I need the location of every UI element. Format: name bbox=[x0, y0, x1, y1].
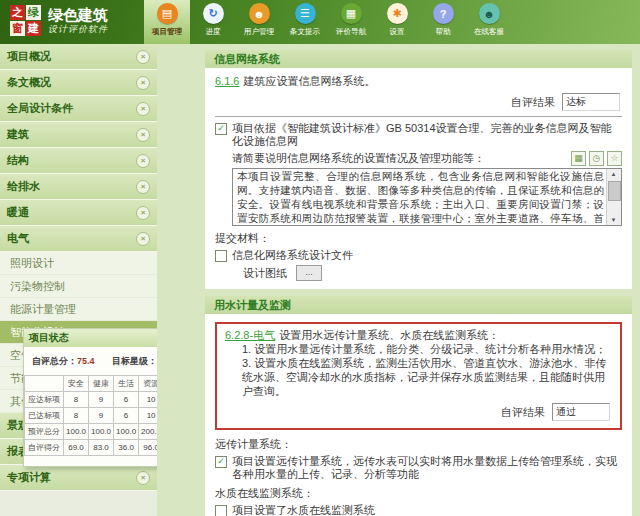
checkbox-checked-icon[interactable]: ✓ bbox=[215, 456, 227, 468]
main-content: 信息网络系统 6.1.6建筑应设置信息网络系统。 自评结果 达标 ✓ 项目依据《… bbox=[157, 44, 640, 516]
app-logo: 之 绿 窗 建 绿色建筑 设计评价软件 bbox=[10, 5, 108, 36]
checkbox-label: 项目设置了水质在线监测系统 bbox=[232, 504, 375, 516]
drawing-row: 设计图纸 ... bbox=[215, 265, 622, 281]
sidebar-group-project-overview[interactable]: 项目概况 × bbox=[0, 44, 157, 70]
cell: 8 bbox=[64, 392, 89, 408]
sidebar-item-lighting-design[interactable]: 照明设计 bbox=[0, 252, 157, 275]
users-icon: ☻ bbox=[249, 3, 270, 24]
sidebar-group-global-design-conditions[interactable]: 全局设计条件 × bbox=[0, 96, 157, 122]
scroll-down-icon[interactable]: ▼ bbox=[607, 215, 620, 225]
clause-item-1: 1. 设置用水量远传计量系统，能分类、分级记录、统计分析各种用水情况； bbox=[225, 342, 612, 356]
toolbar-label: 条文提示 bbox=[290, 26, 320, 36]
self-score-value: 75.4 bbox=[77, 356, 95, 366]
clause-number-link[interactable]: 6.2.8-电气 bbox=[225, 329, 275, 341]
status-panel-title: 项目状态 bbox=[29, 331, 69, 345]
group-label: 建筑 bbox=[7, 127, 29, 142]
collapse-icon[interactable]: × bbox=[136, 232, 150, 246]
toolbar-label: 进度 bbox=[205, 26, 220, 36]
group-label: 条文概况 bbox=[7, 75, 51, 90]
toolbar-label: 在线客服 bbox=[474, 26, 504, 36]
help-icon: ? bbox=[433, 3, 454, 24]
browse-button[interactable]: ... bbox=[296, 265, 322, 281]
sidebar-group-special-calculation[interactable]: 专项计算 × bbox=[0, 465, 157, 491]
result-value-box[interactable]: 通过 bbox=[552, 403, 610, 421]
collapse-icon[interactable]: × bbox=[136, 102, 150, 116]
checkbox-row-network-design-file[interactable]: 信息化网络系统设计文件 bbox=[215, 249, 622, 262]
group-label: 全局设计条件 bbox=[7, 101, 73, 116]
checkbox-checked-icon[interactable]: ✓ bbox=[215, 123, 227, 135]
cell: 8 bbox=[64, 408, 89, 424]
checkbox-row-network-standard[interactable]: ✓ 项目依据《智能建筑设计标准》GB 50314设置合理、完善的业务信息网及智能… bbox=[215, 122, 622, 148]
description-textarea[interactable]: 本项目设置完整、合理的信息网络系统，包含业务信息网和智能化设施信息网。支持建筑内… bbox=[232, 168, 622, 226]
col-header: 安全 bbox=[64, 376, 89, 392]
checkbox-unchecked-icon[interactable] bbox=[215, 250, 227, 262]
group-label: 暖通 bbox=[7, 205, 29, 220]
app-header: 之 绿 窗 建 绿色建筑 设计评价软件 ▤ 项目管理 ↻ 进度 ☻ 用户管理 ☰… bbox=[0, 0, 640, 44]
scrollbar-thumb[interactable] bbox=[608, 181, 621, 201]
collapse-icon[interactable]: × bbox=[136, 154, 150, 168]
clause-number-link[interactable]: 6.1.6 bbox=[215, 75, 239, 87]
scroll-up-icon[interactable]: ▲ bbox=[607, 169, 620, 179]
result-label: 自评结果 bbox=[511, 95, 555, 110]
sidebar-group-hvac[interactable]: 暖通 × bbox=[0, 200, 157, 226]
result-value-box[interactable]: 达标 bbox=[562, 93, 620, 111]
row-label: 自评得分 bbox=[25, 440, 64, 456]
cell: 100.0 bbox=[64, 424, 89, 440]
sidebar-group-electrical[interactable]: 电气 × bbox=[0, 226, 157, 252]
toolbar-progress[interactable]: ↻ 进度 bbox=[190, 0, 236, 44]
item-label: 照明设计 bbox=[10, 256, 54, 271]
cell: 9 bbox=[89, 408, 114, 424]
checkbox-row-remote-metering[interactable]: ✓ 项目设置远传计量系统，远传水表可以实时将用水量数据上传给管理系统，实现各种用… bbox=[215, 455, 622, 481]
result-label: 自评结果 bbox=[501, 405, 545, 420]
checkbox-label: 信息化网络系统设计文件 bbox=[232, 249, 353, 262]
sidebar-item-energy-metering[interactable]: 能源计量管理 bbox=[0, 298, 157, 321]
checkbox-unchecked-icon[interactable] bbox=[215, 505, 227, 516]
section-body: 6.1.6建筑应设置信息网络系统。 自评结果 达标 ✓ 项目依据《智能建筑设计标… bbox=[205, 68, 632, 289]
sidebar-group-structure[interactable]: 结构 × bbox=[0, 148, 157, 174]
section-header: 信息网络系统 bbox=[205, 50, 632, 68]
toolbar-online-support[interactable]: ☻ 在线客服 bbox=[466, 0, 512, 44]
section-info-network: 信息网络系统 6.1.6建筑应设置信息网络系统。 自评结果 达标 ✓ 项目依据《… bbox=[205, 50, 632, 289]
app-subtitle: 设计评价软件 bbox=[48, 23, 108, 36]
save-icon[interactable]: ▦ bbox=[571, 151, 586, 166]
checkbox-row-water-quality[interactable]: 项目设置了水质在线监测系统 bbox=[215, 504, 622, 516]
clause-6-2-8: 6.2.8-电气设置用水远传计量系统、水质在线监测系统： bbox=[225, 328, 612, 342]
toolbar-clause-tips[interactable]: ☰ 条文提示 bbox=[282, 0, 328, 44]
sidebar-group-plumbing[interactable]: 给排水 × bbox=[0, 174, 157, 200]
item-label: 污染物控制 bbox=[10, 279, 65, 294]
collapse-icon[interactable]: × bbox=[136, 76, 150, 90]
cell: 6 bbox=[114, 392, 139, 408]
collapse-icon[interactable]: × bbox=[136, 128, 150, 142]
cell: 9 bbox=[89, 392, 114, 408]
logo-char: 建 bbox=[26, 21, 41, 36]
sidebar-group-architecture[interactable]: 建筑 × bbox=[0, 122, 157, 148]
col-header: 健康 bbox=[89, 376, 114, 392]
toolbar-label: 帮助 bbox=[435, 26, 450, 36]
headset-icon: ☻ bbox=[479, 3, 500, 24]
cell: 6 bbox=[114, 408, 139, 424]
self-score-label: 自评总分： bbox=[32, 356, 77, 366]
collapse-icon[interactable]: × bbox=[136, 206, 150, 220]
collapse-icon[interactable]: × bbox=[136, 50, 150, 64]
cell: 36.0 bbox=[114, 440, 139, 456]
history-icon[interactable]: ◷ bbox=[589, 151, 604, 166]
collapse-icon[interactable]: × bbox=[136, 471, 150, 485]
toolbar-user-management[interactable]: ☻ 用户管理 bbox=[236, 0, 282, 44]
toolbar-project-management[interactable]: ▤ 项目管理 bbox=[144, 0, 190, 44]
toolbar-evaluation-nav[interactable]: ▦ 评价导航 bbox=[328, 0, 374, 44]
row-label: 已达标项 bbox=[25, 408, 64, 424]
group-label: 给排水 bbox=[7, 179, 40, 194]
col-header: 生活 bbox=[114, 376, 139, 392]
row-label: 预评总分 bbox=[25, 424, 64, 440]
prompt-row: 请简要说明信息网络系统的设置情况及管理功能等： ▦ ◷ ☆ bbox=[215, 151, 622, 166]
collapse-icon[interactable]: × bbox=[136, 180, 150, 194]
sidebar-group-clause-overview[interactable]: 条文概况 × bbox=[0, 70, 157, 96]
logo-icon: 之 绿 窗 建 bbox=[10, 5, 41, 36]
favorite-icon[interactable]: ☆ bbox=[607, 151, 622, 166]
toolbar-help[interactable]: ? 帮助 bbox=[420, 0, 466, 44]
sidebar-item-pollution-control[interactable]: 污染物控制 bbox=[0, 275, 157, 298]
logo-text: 绿色建筑 设计评价软件 bbox=[48, 6, 108, 36]
app-title: 绿色建筑 bbox=[48, 6, 108, 23]
toolbar-settings[interactable]: ✱ 设置 bbox=[374, 0, 420, 44]
textarea-scrollbar[interactable]: ▲ ▼ bbox=[606, 169, 621, 225]
